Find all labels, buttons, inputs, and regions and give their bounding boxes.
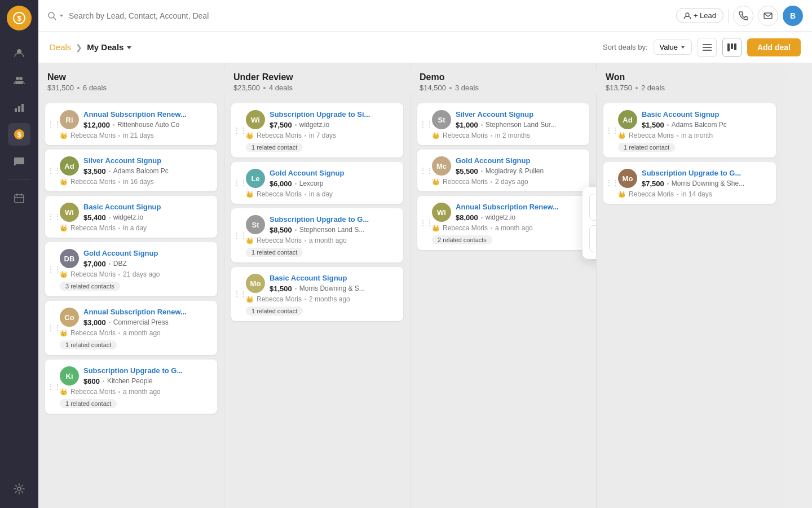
card-amount: $3,000 <box>83 318 106 327</box>
crown-icon: 👑 <box>60 225 68 232</box>
card-drag-handle[interactable]: ⋮⋮ <box>606 126 619 134</box>
add-lead-button[interactable]: + Lead <box>676 8 723 23</box>
deal-card[interactable]: ⋮⋮ Co Annual Subscription Renew... $3,00… <box>45 301 217 355</box>
card-amount: $600 <box>83 377 100 386</box>
card-amount: $7,500 <box>270 121 292 129</box>
sidebar-item-contacts[interactable] <box>8 42 30 64</box>
svg-point-17 <box>686 13 689 16</box>
card-drag-handle[interactable]: ⋮⋮ <box>420 120 433 128</box>
card-title[interactable]: Gold Account Signup <box>456 156 584 166</box>
card-drag-handle[interactable]: ⋮⋮ <box>233 179 247 187</box>
add-deal-button[interactable]: Add deal <box>747 38 801 56</box>
deal-card[interactable]: ⋮⋮ Mo Basic Account Signup $1,500 Morris… <box>231 267 403 321</box>
list-view-button[interactable] <box>698 38 717 57</box>
card-drag-handle[interactable]: ⋮⋮ <box>233 290 247 298</box>
card-title[interactable]: Subscription Upgrade to Si... <box>270 110 398 120</box>
deal-card[interactable]: ⋮⋮ Ki Subscription Upgrade to G... $600 … <box>45 360 217 414</box>
kanban-col-won: Won $13,750 2 deals ⋮⋮ Ad Basic Account … <box>597 63 783 508</box>
sidebar-logo[interactable]: $ <box>7 6 32 30</box>
card-title[interactable]: Subscription Upgrade to G... <box>270 215 398 225</box>
crown-icon: 👑 <box>60 132 68 139</box>
search-dropdown-icon[interactable] <box>59 13 64 19</box>
deal-card[interactable]: ⋮⋮ Ri Annual Subscription Renew... $12,0… <box>45 103 217 145</box>
card-owner: Rebecca Moris <box>629 132 674 139</box>
svg-point-3 <box>16 77 19 80</box>
card-title[interactable]: Silver Account Signup <box>83 156 211 166</box>
email-button[interactable] <box>758 6 778 26</box>
card-dot <box>295 229 297 231</box>
card-drag-handle[interactable]: ⋮⋮ <box>606 179 619 187</box>
svg-point-14 <box>17 487 21 491</box>
col-meta-won: $13,750 2 deals <box>606 84 774 92</box>
card-company: widgetz.io <box>486 213 515 221</box>
card-owner: Rebecca Moris <box>443 224 488 232</box>
crown-icon: 👑 <box>60 178 68 186</box>
card-drag-handle[interactable]: ⋮⋮ <box>47 383 61 391</box>
card-row1: $7,500 Morris Downing & She... <box>642 179 770 188</box>
user-avatar[interactable]: B <box>783 6 803 26</box>
popup-email-button[interactable] <box>589 194 596 221</box>
card-time: in 7 days <box>309 132 336 139</box>
card-time: in a month <box>681 132 713 139</box>
sidebar-item-deals[interactable]: $ <box>8 123 30 146</box>
card-company: Commercial Press <box>113 318 169 326</box>
card-drag-handle[interactable]: ⋮⋮ <box>47 324 61 332</box>
card-company: widgetz.io <box>299 121 329 129</box>
sidebar-item-messages[interactable] <box>8 150 30 173</box>
breadcrumb-current[interactable]: My Deals <box>87 42 133 52</box>
deal-card[interactable]: ⋮⋮ Le Gold Account Signup $6,000 Lexcorp… <box>231 162 403 204</box>
card-drag-handle[interactable]: ⋮⋮ <box>47 213 61 221</box>
card-avatar: Ri <box>60 110 79 129</box>
col-cards-demo: ⋮⋮ St Silver Account Signup $1,000 Steph… <box>411 99 596 508</box>
card-title[interactable]: Basic Account Signup <box>642 110 770 120</box>
col-cards-under-review: ⋮⋮ Wi Subscription Upgrade to Si... $7,5… <box>224 99 410 508</box>
deal-card[interactable]: ⋮⋮ Ad Silver Account Signup $3,500 Adams… <box>45 150 217 191</box>
card-title[interactable]: Gold Account Signup <box>83 249 211 259</box>
card-drag-handle[interactable]: ⋮⋮ <box>47 265 61 273</box>
card-drag-handle[interactable]: ⋮⋮ <box>420 219 433 227</box>
card-title[interactable]: Annual Subscription Renew... <box>456 203 584 212</box>
deal-card[interactable]: ⋮⋮ Wi Basic Account Signup $5,400 widget… <box>45 196 217 238</box>
breadcrumb-deals[interactable]: Deals <box>50 42 71 52</box>
deal-card[interactable]: ⋮⋮ St Silver Account Signup $1,000 Steph… <box>417 103 589 145</box>
deal-card[interactable]: ⋮⋮ Ad Basic Account Signup $1,500 Adams … <box>603 103 776 157</box>
card-drag-handle[interactable]: ⋮⋮ <box>47 120 61 128</box>
kanban-view-button[interactable] <box>722 38 742 57</box>
sidebar-item-reports[interactable] <box>8 96 30 119</box>
card-info: Annual Subscription Renew... $8,000 widg… <box>456 203 584 222</box>
deal-card[interactable]: ⋮⋮ Wi Annual Subscription Renew... $8,00… <box>417 196 589 250</box>
crown-icon: 👑 <box>246 237 254 244</box>
card-drag-handle[interactable]: ⋮⋮ <box>47 167 61 174</box>
card-title[interactable]: Subscription Upgrade to G... <box>83 366 211 376</box>
card-drag-handle[interactable]: ⋮⋮ <box>233 231 247 239</box>
card-title[interactable]: Subscription Upgrade to G... <box>642 169 770 178</box>
sidebar-item-settings[interactable] <box>8 478 30 500</box>
card-dot <box>109 217 111 218</box>
subheader: Deals ❯ My Deals Sort deals by: Value <box>38 32 812 63</box>
card-title[interactable]: Silver Account Signup <box>456 110 584 120</box>
card-time: in a day <box>309 190 333 198</box>
card-company: Rittenhouse Auto Co <box>117 121 179 129</box>
card-title[interactable]: Gold Account Signup <box>270 169 398 178</box>
sidebar-item-calendar[interactable] <box>8 187 30 209</box>
card-dot <box>109 170 111 172</box>
sort-select[interactable]: Value <box>654 40 692 55</box>
phone-button[interactable] <box>733 6 753 26</box>
deal-card[interactable]: ⋮⋮ Mc Gold Account Signup $5,500 Mcgladr… <box>417 150 589 191</box>
svg-rect-19 <box>703 44 712 45</box>
popup-phone-button[interactable] <box>589 225 596 252</box>
card-company: Adams Balcom Pc <box>113 167 169 175</box>
card-row1: $8,000 widgetz.io <box>456 213 584 222</box>
sidebar-item-people[interactable] <box>8 69 30 91</box>
deal-card[interactable]: ⋮⋮ St Subscription Upgrade to G... $8,50… <box>231 208 403 262</box>
deal-card[interactable]: ⋮⋮ DB Gold Account Signup $7,000 DBZ 👑 R… <box>45 242 217 296</box>
search-input[interactable] <box>69 11 672 20</box>
card-drag-handle[interactable]: ⋮⋮ <box>420 167 433 174</box>
card-title[interactable]: Basic Account Signup <box>83 203 211 212</box>
deal-card[interactable]: ⋮⋮ Wi Subscription Upgrade to Si... $7,5… <box>231 103 403 157</box>
card-drag-handle[interactable]: ⋮⋮ <box>233 126 247 134</box>
card-title[interactable]: Basic Account Signup <box>270 274 398 283</box>
card-title[interactable]: Annual Subscription Renew... <box>83 110 211 120</box>
deal-card[interactable]: ⋮⋮ Mo Subscription Upgrade to G... $7,50… <box>603 162 776 204</box>
card-title[interactable]: Annual Subscription Renew... <box>83 308 211 317</box>
